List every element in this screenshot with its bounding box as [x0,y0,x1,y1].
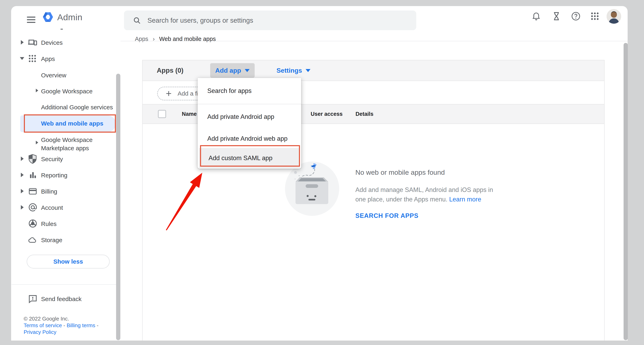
sidebar-item-additional-google-services[interactable]: Additional Google services [41,104,113,111]
devices-icon [28,38,38,47]
show-less-button[interactable]: Show less [27,255,110,268]
column-user-access[interactable]: User access [311,111,343,117]
menu-hamburger-button[interactable] [27,17,36,25]
billing-terms-link[interactable]: Billing terms [66,322,95,328]
learn-more-link[interactable]: Learn more [449,196,482,203]
empty-state-body: Add and manage SAML, Android and iOS app… [355,185,493,204]
menu-item-add-private-android-app[interactable]: Add private Android app [198,104,301,129]
sidebar-item-google-workspace[interactable]: Google Workspace [41,88,93,95]
sidebar-item-overview[interactable]: Overview [41,72,66,79]
sidebar-scrollbar[interactable] [116,74,120,340]
devices-expand-caret[interactable] [21,40,24,45]
empty-state-title: No web or mobile apps found [355,168,445,176]
header-divider [120,41,628,41]
billing-card-icon [28,187,38,196]
sidebar-item-gw-marketplace-apps[interactable]: Google Workspace Marketplace apps [41,136,93,152]
billing-expand-caret[interactable] [21,189,24,193]
plus-icon [165,90,172,97]
sidebar-footer: © 2022 Google Inc. Terms of service - Bi… [24,315,98,335]
settings-button[interactable]: Settings [276,67,310,74]
empty-state-illustration [284,160,340,217]
annotation-box-saml [200,145,300,167]
scrolled-item-remnant [60,29,63,30]
reporting-expand-caret[interactable] [21,173,24,177]
sidebar-divider [12,284,119,285]
rules-icon [28,219,38,228]
sidebar-item-security[interactable]: Security [41,156,63,163]
sidebar-item-reporting[interactable]: Reporting [41,172,67,179]
help-icon[interactable] [571,11,581,21]
marketplace-expand-caret[interactable] [36,141,38,144]
column-name[interactable]: Name [182,111,197,117]
sidebar-item-storage[interactable]: Storage [41,237,62,244]
security-shield-icon [28,154,37,164]
privacy-policy-link[interactable]: Privacy Policy [24,329,56,335]
select-all-checkbox[interactable] [158,110,166,118]
apps-collapse-caret[interactable] [20,57,24,60]
apps-count-label: Apps (0) [157,67,184,74]
storage-cloud-icon [28,235,38,244]
breadcrumb: Apps › Web and mobile apps [135,36,216,42]
send-feedback-icon [28,294,38,304]
caret-down-icon [245,69,250,72]
account-at-icon [28,203,38,212]
column-details[interactable]: Details [356,111,374,117]
security-expand-caret[interactable] [21,157,24,161]
sidebar-item-apps[interactable]: Apps [41,56,55,62]
search-placeholder: Search for users, groups or settings [148,17,253,24]
app-launcher-grid-icon[interactable] [590,11,600,21]
google-workspace-expand-caret[interactable] [36,89,38,92]
product-title: Admin [57,12,82,22]
global-search-input[interactable]: Search for users, groups or settings [124,11,416,30]
avatar[interactable] [606,9,621,24]
send-feedback-button[interactable]: Send feedback [41,296,82,302]
caret-down-icon [306,69,310,72]
search-icon [133,17,141,25]
sidebar-item-billing[interactable]: Billing [41,188,57,195]
annotation-box-sidebar [24,114,116,133]
sidebar-item-devices[interactable]: Devices [41,39,63,46]
add-app-button[interactable]: Add app [210,63,255,78]
search-for-apps-action[interactable]: SEARCH FOR APPS [355,212,418,219]
apps-grid-icon [28,54,37,63]
copyright: © 2022 Google Inc. [24,315,98,322]
menu-item-search-for-apps[interactable]: Search for apps [198,78,301,104]
notifications-bell-icon[interactable] [531,11,541,21]
admin-console-window: Admin Search for users, groups or settin… [11,6,628,340]
sidebar-item-account[interactable]: Account [41,204,63,211]
reporting-chart-icon [28,171,38,180]
sidebar-item-rules[interactable]: Rules [41,220,57,227]
tasks-hourglass-icon[interactable] [552,11,561,21]
account-expand-caret[interactable] [21,205,24,210]
terms-of-service-link[interactable]: Terms of service [24,322,62,328]
admin-logo-icon [43,11,53,23]
page-scrollbar[interactable] [624,43,628,340]
